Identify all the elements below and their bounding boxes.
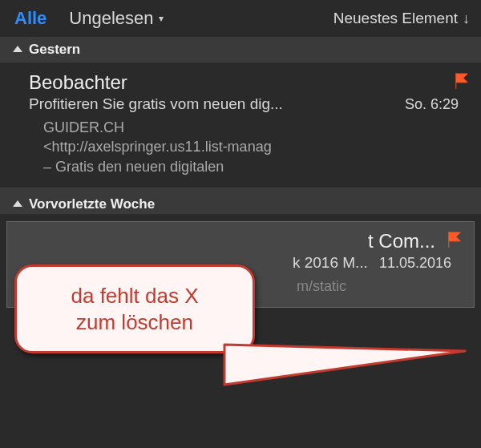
annotation-tail-icon bbox=[224, 345, 473, 417]
collapse-caret-icon bbox=[13, 200, 22, 207]
message-timestamp: So. 6:29 bbox=[405, 96, 470, 113]
group-header-yesterday[interactable]: Gestern bbox=[0, 37, 481, 63]
group-label: Vorvorletzte Woche bbox=[29, 196, 155, 212]
flag-icon[interactable] bbox=[447, 232, 463, 248]
message-preview: GUIDER.CH <http://axelspringer.us11.list… bbox=[29, 118, 470, 176]
message-subject: k 2016 M... bbox=[36, 254, 371, 272]
tab-all-label: Alle bbox=[14, 8, 46, 29]
message-timestamp: 11.05.2016 bbox=[379, 255, 463, 272]
collapse-caret-icon bbox=[13, 46, 22, 52]
tab-unread[interactable]: Ungelesen ▾ bbox=[61, 5, 171, 32]
flag-icon[interactable] bbox=[454, 73, 470, 89]
message-sender: Beobachter bbox=[29, 71, 446, 94]
tab-unread-label: Ungelesen bbox=[69, 8, 153, 29]
dropdown-caret-icon: ▾ bbox=[159, 13, 164, 24]
annotation-line2: zum löschen bbox=[36, 309, 233, 336]
message-item[interactable]: Beobachter Profitieren Sie gratis vom ne… bbox=[0, 63, 481, 188]
sort-label: Neuestes Element bbox=[333, 10, 458, 27]
message-preview: m/static bbox=[36, 276, 463, 296]
message-subject: Profitieren Sie gratis vom neuen dig... bbox=[29, 95, 397, 113]
tab-all[interactable]: Alle bbox=[6, 5, 55, 32]
group-label: Gestern bbox=[29, 42, 80, 58]
filter-tabs: Alle Ungelesen ▾ Neuestes Element ↓ bbox=[0, 0, 481, 37]
svg-marker-0 bbox=[224, 345, 465, 385]
arrow-down-icon: ↓ bbox=[463, 10, 470, 27]
group-header-prev-week[interactable]: Vorvorletzte Woche bbox=[0, 188, 481, 215]
message-sender: t Com... bbox=[36, 230, 439, 252]
sort-selector[interactable]: Neuestes Element ↓ bbox=[329, 10, 475, 27]
message-item-selected[interactable]: t Com... k 2016 M... 11.05.2016 m/static bbox=[6, 221, 475, 308]
